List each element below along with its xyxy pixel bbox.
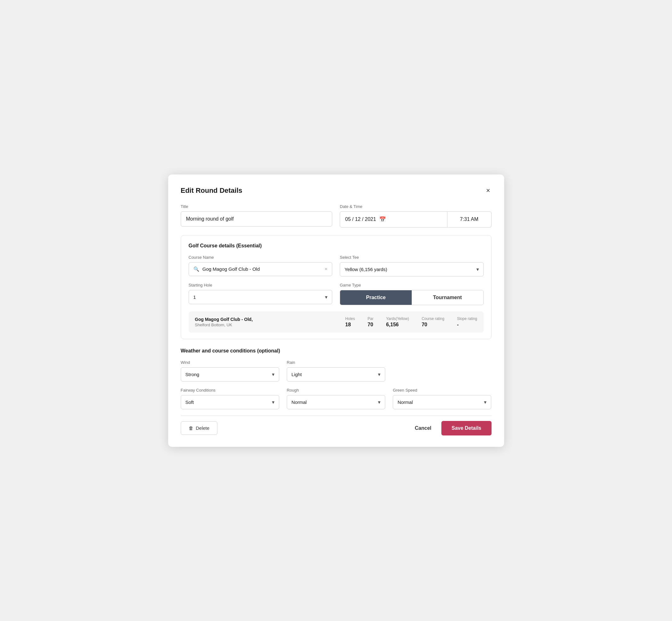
chevron-down-icon-5: ▾ xyxy=(272,399,275,405)
yards-value: 6,156 xyxy=(386,322,399,328)
course-rating-label: Course rating xyxy=(421,317,444,321)
date-input[interactable]: 05 / 12 / 2021 📅 xyxy=(340,211,447,227)
course-name-location: Gog Magog Golf Club - Old, Shelford Bott… xyxy=(195,317,333,327)
course-location: Shelford Bottom, UK xyxy=(195,323,333,327)
save-button[interactable]: Save Details xyxy=(442,421,491,436)
chevron-down-icon-7: ▾ xyxy=(484,399,487,405)
slope-rating-value: - xyxy=(457,322,458,328)
trash-icon: 🗑 xyxy=(189,425,194,431)
green-speed-value: Normal xyxy=(397,400,484,405)
par-label: Par xyxy=(368,317,374,321)
top-row: Title Date & Time 05 / 12 / 2021 📅 7:31 … xyxy=(181,204,492,227)
course-name-col: Course Name 🔍 Gog Magog Golf Club - Old … xyxy=(189,255,333,277)
rough-value: Normal xyxy=(292,400,378,405)
yards-stat: Yards(Yellow) 6,156 xyxy=(386,317,409,328)
calendar-icon: 📅 xyxy=(379,216,386,223)
slope-rating-stat: Slope rating - xyxy=(457,317,477,328)
fairway-label: Fairway Conditions xyxy=(181,388,279,392)
golf-course-section: Golf Course details (Essential) Course N… xyxy=(181,235,492,339)
course-rating-stat: Course rating 70 xyxy=(421,317,444,328)
holes-label: Holes xyxy=(345,317,355,321)
par-value: 70 xyxy=(368,322,373,328)
par-stat: Par 70 xyxy=(368,317,374,328)
delete-button[interactable]: 🗑 Delete xyxy=(181,421,217,435)
holes-value: 18 xyxy=(345,322,351,328)
datetime-field-group: Date & Time 05 / 12 / 2021 📅 7:31 AM xyxy=(340,204,492,227)
rough-col: Rough Normal ▾ xyxy=(287,388,385,409)
rain-col: Rain Light ▾ xyxy=(287,360,385,381)
select-tee-col: Select Tee Yellow (6,156 yards) ▾ xyxy=(340,255,484,277)
course-name-label: Course Name xyxy=(189,255,333,260)
modal-title: Edit Round Details xyxy=(181,187,243,195)
starting-hole-value: 1 xyxy=(194,294,325,300)
date-value: 05 / 12 / 2021 xyxy=(345,216,376,222)
rain-dropdown[interactable]: Light ▾ xyxy=(287,367,385,381)
weather-section: Weather and course conditions (optional)… xyxy=(181,348,492,409)
time-value: 7:31 AM xyxy=(460,216,478,222)
edit-round-modal: Edit Round Details × Title Date & Time 0… xyxy=(168,174,504,447)
rough-dropdown[interactable]: Normal ▾ xyxy=(287,395,385,409)
wind-value: Strong xyxy=(185,372,272,377)
golf-section-title: Golf Course details (Essential) xyxy=(189,243,484,249)
weather-title: Weather and course conditions (optional) xyxy=(181,348,492,354)
holes-stat: Holes 18 xyxy=(345,317,355,328)
select-tee-dropdown[interactable]: Yellow (6,156 yards) ▾ xyxy=(340,262,484,277)
search-icon: 🔍 xyxy=(194,266,199,272)
game-type-toggle: Practice Tournament xyxy=(340,290,484,305)
wind-col: Wind Strong ▾ xyxy=(181,360,279,381)
slope-rating-label: Slope rating xyxy=(457,317,477,321)
course-name-input[interactable]: 🔍 Gog Magog Golf Club - Old × xyxy=(189,262,333,276)
practice-toggle-button[interactable]: Practice xyxy=(340,290,412,305)
clear-course-icon[interactable]: × xyxy=(325,266,328,272)
game-type-label: Game Type xyxy=(340,283,484,287)
fairway-dropdown[interactable]: Soft ▾ xyxy=(181,395,279,409)
time-input[interactable]: 7:31 AM xyxy=(447,211,492,227)
wind-label: Wind xyxy=(181,360,279,365)
select-tee-value: Yellow (6,156 yards) xyxy=(344,266,476,272)
cancel-button[interactable]: Cancel xyxy=(412,422,434,435)
course-name-main: Gog Magog Golf Club - Old, xyxy=(195,317,333,322)
wind-dropdown[interactable]: Strong ▾ xyxy=(181,367,279,381)
fairway-value: Soft xyxy=(185,400,272,405)
modal-footer: 🗑 Delete Cancel Save Details xyxy=(181,416,492,436)
starting-hole-label: Starting Hole xyxy=(189,283,333,287)
tournament-toggle-button[interactable]: Tournament xyxy=(412,290,483,305)
delete-label: Delete xyxy=(196,425,209,431)
fairway-col: Fairway Conditions Soft ▾ xyxy=(181,388,279,409)
rain-label: Rain xyxy=(287,360,385,365)
course-info-row: Gog Magog Golf Club - Old, Shelford Bott… xyxy=(189,312,484,333)
green-speed-label: Green Speed xyxy=(393,388,491,392)
title-input[interactable] xyxy=(181,211,333,226)
course-tee-row: Course Name 🔍 Gog Magog Golf Club - Old … xyxy=(189,255,484,277)
game-type-col: Game Type Practice Tournament xyxy=(340,283,484,305)
starting-hole-dropdown[interactable]: 1 ▾ xyxy=(189,290,333,304)
starting-hole-col: Starting Hole 1 ▾ xyxy=(189,283,333,305)
modal-header: Edit Round Details × xyxy=(181,186,492,195)
footer-right: Cancel Save Details xyxy=(412,421,492,436)
course-rating-value: 70 xyxy=(421,322,427,328)
rain-value: Light xyxy=(292,372,378,377)
green-speed-dropdown[interactable]: Normal ▾ xyxy=(393,395,491,409)
chevron-down-icon-3: ▾ xyxy=(272,371,275,377)
title-field-group: Title xyxy=(181,204,333,227)
chevron-down-icon-2: ▾ xyxy=(325,294,328,300)
fairway-rough-green-row: Fairway Conditions Soft ▾ Rough Normal ▾… xyxy=(181,388,492,409)
hole-gametype-row: Starting Hole 1 ▾ Game Type Practice Tou… xyxy=(189,283,484,305)
rough-label: Rough xyxy=(287,388,385,392)
title-label: Title xyxy=(181,204,333,209)
datetime-inputs: 05 / 12 / 2021 📅 7:31 AM xyxy=(340,211,492,227)
green-speed-col: Green Speed Normal ▾ xyxy=(393,388,491,409)
select-tee-label: Select Tee xyxy=(340,255,484,260)
chevron-down-icon-4: ▾ xyxy=(378,371,380,377)
chevron-down-icon-6: ▾ xyxy=(378,399,380,405)
datetime-label: Date & Time xyxy=(340,204,492,209)
yards-label: Yards(Yellow) xyxy=(386,317,409,321)
wind-rain-row: Wind Strong ▾ Rain Light ▾ xyxy=(181,360,492,381)
course-name-value: Gog Magog Golf Club - Old xyxy=(203,266,260,272)
chevron-down-icon: ▾ xyxy=(476,266,479,272)
close-button[interactable]: × xyxy=(485,186,492,195)
